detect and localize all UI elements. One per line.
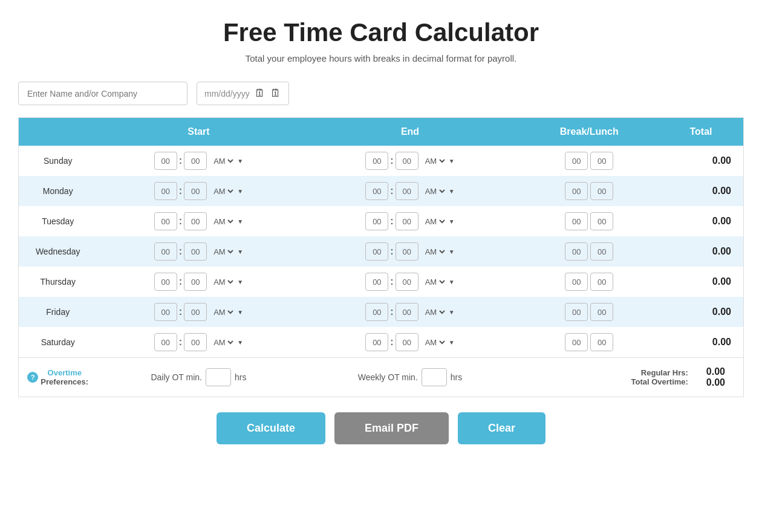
end-hour-thursday[interactable]: 00 <box>365 273 388 291</box>
break-min-sunday[interactable]: 00 <box>590 152 613 170</box>
calculate-button[interactable]: Calculate <box>217 412 325 444</box>
start-ampm-monday[interactable]: AMPM <box>211 186 235 196</box>
end-hour-sunday[interactable]: 00 <box>365 152 388 170</box>
sep1: : <box>179 186 182 196</box>
end-ampm-monday[interactable]: AMPM <box>423 186 447 196</box>
end-hour-wednesday[interactable]: 00 <box>365 242 388 261</box>
total-ot-label: Total Overtime: <box>631 377 688 386</box>
overtime-subtitle: Preferences: <box>41 377 88 386</box>
break-min-thursday[interactable]: 00 <box>590 273 613 291</box>
daily-ot-unit: hrs <box>235 372 246 382</box>
break-hr-thursday[interactable]: 00 <box>565 273 588 291</box>
clear-button[interactable]: Clear <box>458 412 545 444</box>
end-min-friday[interactable]: 00 <box>396 303 418 321</box>
weekly-ot-label: Weekly OT min. <box>358 372 418 382</box>
start-hour-monday[interactable]: 00 <box>154 182 177 200</box>
start-min-thursday[interactable]: 00 <box>184 273 207 291</box>
break-cell-sunday: 00 00 <box>520 146 659 176</box>
sep1: : <box>179 216 182 227</box>
calendar-icon-1[interactable]: 🗓 <box>255 87 265 100</box>
end-chevron-sunday: ▼ <box>449 158 455 164</box>
name-input[interactable] <box>18 82 187 105</box>
start-cell-monday: 00 : 00 AMPM ▼ <box>97 176 301 206</box>
start-hour-saturday[interactable]: 00 <box>154 333 177 351</box>
end-chevron-monday: ▼ <box>449 188 455 195</box>
day-label-friday: Friday <box>19 297 97 327</box>
end-hour-friday[interactable]: 00 <box>365 303 388 321</box>
overtime-row: ? Overtime Preferences: Daily OT min. hr… <box>19 358 744 397</box>
overtime-help-icon[interactable]: ? <box>27 372 38 383</box>
end-min-sunday[interactable]: 00 <box>396 152 418 170</box>
regular-hrs-value: 0.00 <box>706 366 725 377</box>
start-min-friday[interactable]: 00 <box>184 303 207 321</box>
start-min-sunday[interactable]: 00 <box>184 152 207 170</box>
break-min-monday[interactable]: 00 <box>590 182 613 200</box>
end-min-tuesday[interactable]: 00 <box>396 212 418 230</box>
end-cell-thursday: 00 : 00 AMPM ▼ <box>300 267 519 297</box>
end-ampm-saturday[interactable]: AMPM <box>423 337 447 348</box>
start-min-tuesday[interactable]: 00 <box>184 212 207 230</box>
end-chevron-thursday: ▼ <box>449 279 455 285</box>
start-hour-tuesday[interactable]: 00 <box>154 212 177 230</box>
col-end: End <box>300 118 519 146</box>
start-hour-sunday[interactable]: 00 <box>154 152 177 170</box>
calendar-icon-2[interactable]: 🗓 <box>270 87 281 100</box>
end-hour-tuesday[interactable]: 00 <box>365 212 388 230</box>
start-cell-wednesday: 00 : 00 AMPM ▼ <box>97 236 301 267</box>
start-cell-friday: 00 : 00 AMPM ▼ <box>97 297 301 327</box>
day-label-monday: Monday <box>19 176 97 206</box>
start-min-saturday[interactable]: 00 <box>184 333 207 351</box>
end-min-thursday[interactable]: 00 <box>396 273 418 291</box>
break-hr-tuesday[interactable]: 00 <box>565 212 588 230</box>
start-cell-tuesday: 00 : 00 AMPM ▼ <box>97 206 301 236</box>
start-min-monday[interactable]: 00 <box>184 182 207 200</box>
weekly-ot-input[interactable] <box>422 368 447 386</box>
end-ampm-friday[interactable]: AMPM <box>423 307 447 317</box>
email-pdf-button[interactable]: Email PDF <box>334 412 449 444</box>
start-hour-friday[interactable]: 00 <box>154 303 177 321</box>
break-min-friday[interactable]: 00 <box>590 303 613 321</box>
break-hr-wednesday[interactable]: 00 <box>565 242 588 261</box>
sep1: : <box>179 155 182 166</box>
start-ampm-wednesday[interactable]: AMPM <box>211 247 235 257</box>
sep1: : <box>179 246 182 257</box>
col-start: Start <box>97 118 301 146</box>
table-row: Monday 00 : 00 AMPM ▼ 00 : 00 AMPM ▼ <box>19 176 744 206</box>
end-cell-friday: 00 : 00 AMPM ▼ <box>300 297 519 327</box>
sep2: : <box>390 155 393 166</box>
start-cell-sunday: 00 : 00 AMPM ▼ <box>97 146 301 176</box>
overtime-title: Overtime <box>41 368 88 377</box>
start-ampm-tuesday[interactable]: AMPM <box>211 216 235 227</box>
break-min-saturday[interactable]: 00 <box>590 333 613 351</box>
start-ampm-thursday[interactable]: AMPM <box>211 277 235 287</box>
end-hour-monday[interactable]: 00 <box>365 182 388 200</box>
start-min-wednesday[interactable]: 00 <box>184 242 207 261</box>
table-row: Wednesday 00 : 00 AMPM ▼ 00 : 00 AMPM ▼ <box>19 236 744 267</box>
break-hr-saturday[interactable]: 00 <box>565 333 588 351</box>
break-hr-sunday[interactable]: 00 <box>565 152 588 170</box>
sep2: : <box>390 186 393 196</box>
col-day <box>19 118 97 146</box>
start-hour-wednesday[interactable]: 00 <box>154 242 177 261</box>
total-cell-thursday: 0.00 <box>659 267 744 297</box>
break-min-tuesday[interactable]: 00 <box>590 212 613 230</box>
end-ampm-thursday[interactable]: AMPM <box>423 277 447 287</box>
end-ampm-sunday[interactable]: AMPM <box>423 156 447 166</box>
end-ampm-tuesday[interactable]: AMPM <box>423 216 447 227</box>
sep2: : <box>390 246 393 257</box>
end-min-saturday[interactable]: 00 <box>396 333 418 351</box>
end-hour-saturday[interactable]: 00 <box>365 333 388 351</box>
break-hr-friday[interactable]: 00 <box>565 303 588 321</box>
break-min-wednesday[interactable]: 00 <box>590 242 613 261</box>
end-min-wednesday[interactable]: 00 <box>396 242 418 261</box>
end-ampm-wednesday[interactable]: AMPM <box>423 247 447 257</box>
start-ampm-saturday[interactable]: AMPM <box>211 337 235 348</box>
total-cell-tuesday: 0.00 <box>659 206 744 236</box>
start-hour-thursday[interactable]: 00 <box>154 273 177 291</box>
break-hr-monday[interactable]: 00 <box>565 182 588 200</box>
start-ampm-sunday[interactable]: AMPM <box>211 156 235 166</box>
daily-ot-input[interactable] <box>206 368 231 386</box>
break-cell-friday: 00 00 <box>520 297 659 327</box>
end-min-monday[interactable]: 00 <box>396 182 418 200</box>
start-ampm-friday[interactable]: AMPM <box>211 307 235 317</box>
